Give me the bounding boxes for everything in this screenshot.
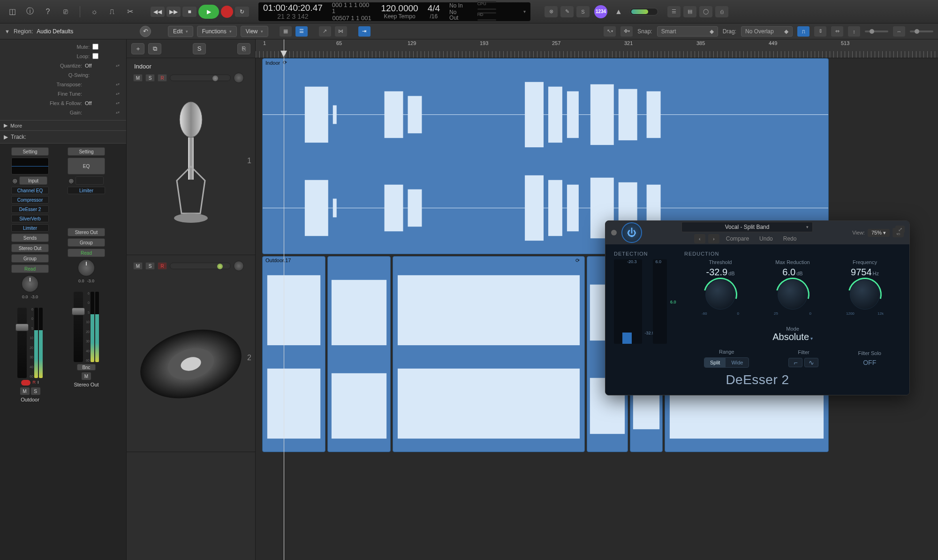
maxreduction-knob[interactable]	[778, 280, 808, 310]
preset-selector[interactable]: Vocal - Split Band	[681, 222, 813, 232]
stereo-icon[interactable]: ◎	[69, 178, 74, 184]
power-button[interactable]: ⏻	[621, 222, 642, 243]
scissors-icon[interactable]: ✂	[123, 6, 136, 17]
compare-button[interactable]: Compare	[722, 235, 753, 242]
redo-button[interactable]: Redo	[779, 235, 801, 242]
list-editors-icon[interactable]: ☰	[667, 6, 681, 17]
close-button[interactable]	[611, 230, 617, 235]
volume-fader[interactable]	[17, 308, 27, 378]
plugin-header[interactable]: ⏻ Vocal - Split Band ‹ › Compare Undo Re…	[605, 221, 909, 244]
input-button[interactable]: Input	[19, 176, 47, 185]
loops-icon[interactable]: ◯	[699, 6, 712, 17]
forward-button[interactable]: ▶▶	[166, 7, 181, 17]
bounce-button[interactable]: Bnc	[77, 364, 96, 371]
solo-button[interactable]: S	[31, 387, 40, 395]
ruler[interactable]: 1 65 129 193 257 321 385 449 513	[256, 39, 938, 58]
lcd-display[interactable]: 01:00:40:20.47 21 2 3 142 000 1 1 1 000 …	[258, 2, 530, 21]
automation-button[interactable]: Read	[68, 249, 105, 257]
autopunch-icon[interactable]: ✎	[560, 6, 574, 17]
range-toggle[interactable]: SplitWide	[704, 357, 749, 368]
vzoom2-icon[interactable]: ↕	[848, 26, 860, 37]
quantize-value[interactable]: Off	[85, 63, 113, 68]
stereo-icon[interactable]: ◎	[13, 178, 17, 184]
audio-region[interactable]: ⟳	[393, 256, 585, 452]
toolbar-icon[interactable]: ⎚	[59, 6, 72, 17]
functions-menu[interactable]: Functions	[197, 26, 237, 37]
add-track-button[interactable]: ＋	[131, 43, 144, 54]
flex-value[interactable]: Off	[85, 100, 113, 106]
pan-knob[interactable]	[21, 275, 39, 293]
display-icon[interactable]: ☼	[88, 6, 101, 17]
position-sub[interactable]: 00507 1 1 001	[333, 15, 371, 21]
hzoom2-icon[interactable]: ↔	[893, 26, 905, 37]
rewind-button[interactable]: ◀◀	[151, 7, 165, 17]
setting-button[interactable]: Setting	[11, 147, 49, 156]
balance-knob[interactable]	[77, 259, 95, 277]
frequency-value[interactable]: 9754	[851, 267, 872, 277]
record-button[interactable]	[221, 6, 233, 18]
waveform-zoom-icon[interactable]: ⎍	[797, 26, 809, 37]
eq-button[interactable]: EQ	[68, 158, 105, 174]
finetune-stepper[interactable]: ▴▾	[116, 92, 121, 96]
lcd-menu-icon[interactable]: ▾	[523, 9, 526, 14]
track-header-2[interactable]: M S R 2	[127, 255, 255, 452]
rec-enable[interactable]	[21, 380, 30, 386]
stop-button[interactable]: ■	[182, 7, 197, 17]
cycle-button[interactable]: ↻	[235, 7, 249, 17]
threshold-value[interactable]: -32.9	[706, 267, 727, 277]
edit-menu[interactable]: Edit	[168, 26, 193, 37]
grid-view-icon[interactable]: ▦	[280, 26, 292, 37]
undo-button[interactable]: Undo	[756, 235, 777, 242]
strip-name[interactable]: Stereo Out	[74, 382, 98, 387]
tuner-icon[interactable]: ▲	[612, 6, 625, 17]
gain-stepper[interactable]: ▴▾	[116, 111, 121, 114]
plugin-window-deesser[interactable]: ⤢ ⏻ Vocal - Split Band ‹ › Compare Undo …	[605, 220, 910, 395]
master-volume[interactable]	[630, 8, 658, 15]
loop-checkbox[interactable]	[92, 53, 98, 59]
performance-meters[interactable]: CPU HD	[476, 1, 514, 22]
prev-preset-button[interactable]: ‹	[694, 234, 705, 243]
user-avatar[interactable]: 1234	[594, 5, 607, 18]
timecode[interactable]: 01:00:40:20.47	[263, 3, 323, 12]
mute-button[interactable]: M	[20, 387, 30, 395]
mute-button[interactable]: M	[133, 262, 143, 270]
duplicate-track-button[interactable]: ⧉	[148, 43, 161, 54]
sync-out[interactable]: No Out	[449, 9, 466, 21]
insert-slot[interactable]: SilverVerb	[11, 215, 49, 222]
volume-fader[interactable]	[74, 292, 83, 362]
alt-tool-icon[interactable]: ✥▾	[620, 26, 633, 37]
region-disclosure[interactable]: ▼	[5, 29, 10, 34]
eq-thumbnail[interactable]	[11, 158, 49, 174]
global-solo-button[interactable]: S	[193, 43, 206, 54]
automation-icon[interactable]: ↗	[319, 26, 331, 37]
solo-icon[interactable]: S	[576, 6, 590, 17]
more-disclosure[interactable]: ▶ More	[0, 120, 126, 131]
bars-beats[interactable]: 21 2 3 142	[277, 13, 308, 20]
pan-knob[interactable]	[234, 261, 244, 271]
volume-slider[interactable]	[170, 75, 231, 81]
filtersolo-button[interactable]: OFF	[863, 359, 876, 366]
output-button[interactable]: Stereo Out	[11, 244, 49, 252]
library-icon[interactable]: ◫	[6, 6, 19, 17]
frequency-knob[interactable]	[850, 280, 880, 310]
insert-slot[interactable]: DeEsser 2	[11, 205, 49, 213]
region-value[interactable]: Audio Defaults	[37, 28, 73, 35]
expand-icon[interactable]: ⤢	[895, 226, 905, 233]
horizontal-zoom-slider[interactable]	[910, 30, 933, 32]
catch-icon[interactable]: ⇥	[358, 26, 371, 37]
rec-button[interactable]: R	[158, 262, 167, 270]
solo-button[interactable]: S	[145, 74, 155, 82]
sends-button[interactable]: Sends	[11, 234, 49, 242]
peak-filter-icon[interactable]: ∿	[804, 358, 818, 367]
info-icon[interactable]: ⓘ	[23, 6, 37, 17]
flex-stepper[interactable]: ▴▾	[116, 101, 121, 105]
pointer-tool-icon[interactable]: ↖▾	[604, 26, 616, 37]
flex-icon[interactable]: ⋈	[335, 26, 347, 37]
browser-icon[interactable]: ⎙	[715, 6, 728, 17]
mute-button[interactable]: M	[82, 372, 91, 380]
transpose-stepper[interactable]: ▴▾	[116, 83, 121, 86]
track-disclosure[interactable]: ▶ Track:	[0, 131, 126, 144]
shelf-filter-icon[interactable]: ⌐	[788, 358, 802, 367]
catch-playhead-button[interactable]: ⎘	[237, 43, 250, 54]
position-top[interactable]: 000 1 1 1 000 1	[332, 2, 372, 14]
